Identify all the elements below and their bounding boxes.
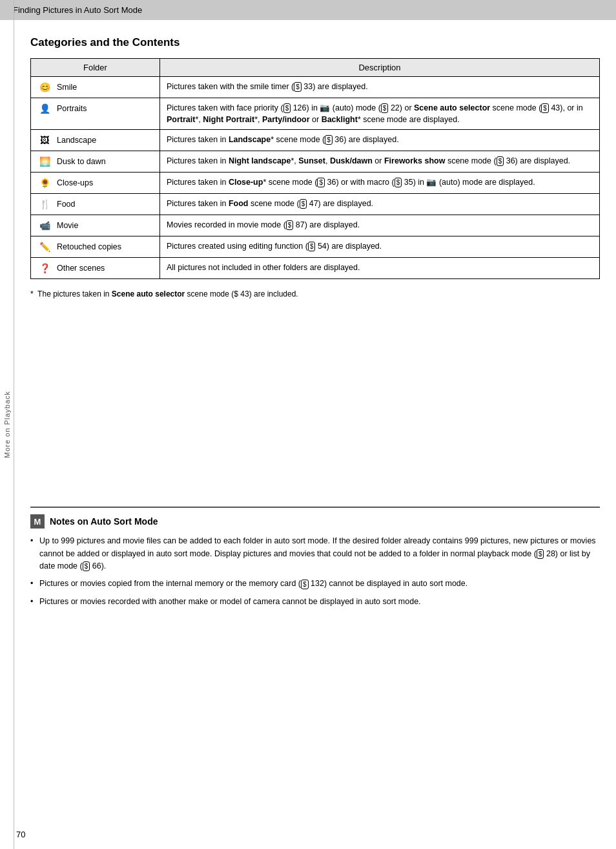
header-title: Finding Pictures in Auto Sort Mode	[13, 5, 142, 15]
sidebar-line	[14, 0, 14, 849]
description-cell-retouched: Pictures created using editing function …	[160, 236, 600, 258]
notes-section: M Notes on Auto Sort Mode Up to 999 pict…	[30, 507, 600, 608]
description-cell-dusk: Pictures taken in Night landscape*, Suns…	[160, 151, 600, 173]
notes-item-1: Up to 999 pictures and movie files can b…	[30, 535, 600, 572]
notes-heading: Notes on Auto Sort Mode	[50, 516, 158, 527]
folder-cell-dusk: 🌅Dusk to dawn	[31, 151, 160, 173]
folder-name-closeup: Close-ups	[57, 177, 93, 189]
folder-name-retouched: Retouched copies	[57, 241, 121, 253]
col-header-folder: Folder	[31, 59, 160, 77]
folder-cell-closeup: 🌻Close-ups	[31, 173, 160, 194]
notes-title: M Notes on Auto Sort Mode	[30, 514, 600, 529]
notes-icon: M	[30, 514, 45, 529]
folder-name-dusk: Dusk to dawn	[57, 156, 106, 167]
page-number: 70	[16, 830, 25, 839]
description-cell-closeup: Pictures taken in Close-up* scene mode (…	[160, 173, 600, 194]
table-row: 🖼LandscapePictures taken in Landscape* s…	[31, 130, 600, 151]
folder-cell-food: 🍴Food	[31, 194, 160, 215]
notes-item-2: Pictures or movies copied from the inter…	[30, 578, 600, 590]
dusk-icon: 🌅	[37, 155, 52, 168]
folder-name-movie: Movie	[57, 220, 78, 231]
food-icon: 🍴	[37, 198, 52, 211]
smile-icon: 😊	[37, 81, 52, 94]
folder-name-landscape: Landscape	[57, 134, 96, 146]
sidebar-label: More on Playback	[3, 391, 11, 458]
footnote: * The pictures taken in Scene auto selec…	[30, 288, 600, 300]
sidebar: More on Playback	[0, 0, 14, 849]
portrait-icon: 👤	[37, 102, 52, 115]
description-cell-other: All pictures not included in other folde…	[160, 258, 600, 279]
description-cell-landscape: Pictures taken in Landscape* scene mode …	[160, 130, 600, 151]
retouched-icon: ✏️	[37, 240, 52, 253]
folder-name-smile: Smile	[57, 81, 77, 93]
folder-cell-landscape: 🖼Landscape	[31, 130, 160, 151]
description-cell-movie: Movies recorded in movie mode ($ 87) are…	[160, 215, 600, 236]
table-row: 🌅Dusk to dawnPictures taken in Night lan…	[31, 151, 600, 173]
header-bar: Finding Pictures in Auto Sort Mode	[0, 0, 616, 20]
description-cell-smile: Pictures taken with the smile timer ($ 3…	[160, 77, 600, 98]
folder-cell-smile: 😊Smile	[31, 77, 160, 98]
table-row: 📹MovieMovies recorded in movie mode ($ 8…	[31, 215, 600, 236]
folder-cell-movie: 📹Movie	[31, 215, 160, 236]
table-header-row: Folder Description	[31, 59, 600, 77]
col-header-description: Description	[160, 59, 600, 77]
table-row: 👤PortraitsPictures taken with face prior…	[31, 98, 600, 130]
table-row: 🍴FoodPictures taken in Food scene mode (…	[31, 194, 600, 215]
closeup-icon: 🌻	[37, 176, 52, 189]
table-row: ❓Other scenesAll pictures not included i…	[31, 258, 600, 279]
description-cell-portrait: Pictures taken with face priority ($ 126…	[160, 98, 600, 130]
folder-cell-portrait: 👤Portraits	[31, 98, 160, 130]
table-row: 🌻Close-upsPictures taken in Close-up* sc…	[31, 173, 600, 194]
folder-name-food: Food	[57, 198, 76, 210]
landscape-icon: 🖼	[37, 134, 52, 147]
main-content: Categories and the Contents Folder Descr…	[14, 20, 616, 626]
notes-item-3: Pictures or movies recorded with another…	[30, 596, 600, 608]
description-cell-food: Pictures taken in Food scene mode ($ 47)…	[160, 194, 600, 215]
other-icon: ❓	[37, 262, 52, 275]
movie-icon: 📹	[37, 219, 52, 232]
section-title: Categories and the Contents	[30, 36, 600, 49]
folder-cell-retouched: ✏️Retouched copies	[31, 236, 160, 258]
folder-name-other: Other scenes	[57, 262, 105, 274]
folder-cell-other: ❓Other scenes	[31, 258, 160, 279]
folder-name-portrait: Portraits	[57, 103, 87, 114]
categories-table: Folder Description 😊SmilePictures taken …	[30, 58, 600, 279]
table-row: 😊SmilePictures taken with the smile time…	[31, 77, 600, 98]
notes-list: Up to 999 pictures and movie files can b…	[30, 535, 600, 608]
table-row: ✏️Retouched copiesPictures created using…	[31, 236, 600, 258]
